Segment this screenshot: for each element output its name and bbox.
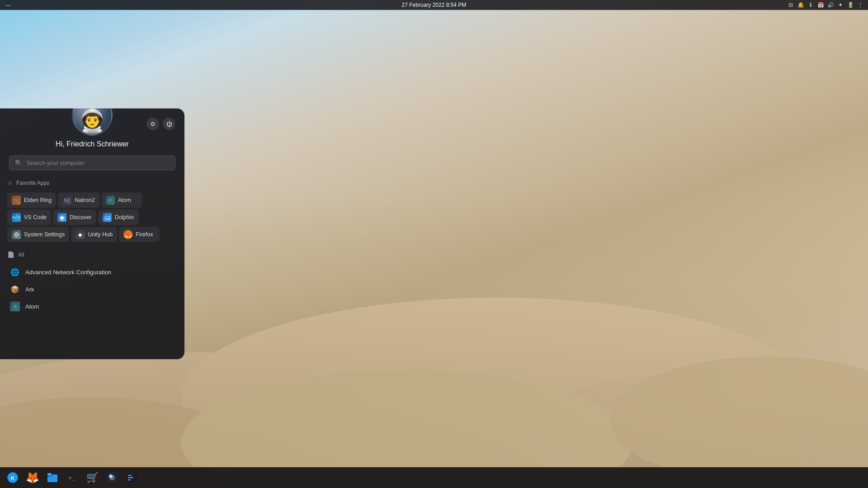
advanced-network-icon: 🌐 — [10, 267, 20, 277]
avatar — [72, 108, 113, 136]
taskbar-steam-button[interactable] — [103, 469, 121, 487]
battery-icon[interactable]: 🔋 — [846, 1, 854, 9]
taskbar-firefox-button[interactable]: 🦊 — [24, 469, 42, 487]
bell-icon[interactable]: 🔔 — [797, 1, 805, 9]
volume-icon[interactable]: 🔊 — [826, 1, 835, 9]
all-apps-section-header: 📄 All — [7, 249, 177, 260]
favorites-label: Favorite Apps — [16, 180, 49, 186]
terminal-icon: >_ — [66, 472, 78, 483]
taskbar-files-button[interactable] — [43, 469, 61, 487]
unity-hub-label: Unity Hub — [88, 231, 113, 238]
app-button-firefox[interactable]: 🦊 Firefox — [119, 227, 160, 242]
dolphin-icon: 🗂 — [103, 213, 112, 222]
search-container: 🔍 — [0, 155, 184, 178]
application-launcher: ⚙ ⏻ Hi, Friedrich Schriewer 🔍 ☆ Favorite… — [0, 108, 184, 359]
atom-all-icon: ⚛ — [10, 301, 20, 311]
app-button-natron2[interactable]: N2 Natron2 — [58, 192, 99, 208]
favorites-section-header: ☆ Favorite Apps — [7, 178, 177, 188]
system-tray: ⊟ 🔔 ℹ 📅 🔊 ✦ 🔋 ⋮ — [787, 1, 864, 9]
app-button-discover[interactable]: ◉ Discover — [53, 210, 96, 225]
profile-section: ⚙ ⏻ Hi, Friedrich Schriewer — [0, 108, 184, 155]
svg-rect-17 — [128, 475, 132, 476]
system-settings-label: System Settings — [24, 231, 65, 238]
app-button-dolphin[interactable]: 🗂 Dolphin — [98, 210, 139, 225]
app-button-unity-hub[interactable]: ◆ Unity Hub — [71, 227, 117, 242]
atom-all-label: Atom — [25, 303, 39, 310]
info-icon[interactable]: ℹ — [807, 1, 815, 9]
app-button-atom[interactable]: ⚛ Atom — [101, 192, 142, 208]
kde-menu-button[interactable]: K — [4, 469, 22, 487]
taskbar-store-button[interactable]: 🛒 — [83, 469, 101, 487]
taskbar: K 🦊 >_ 🛒 — [0, 467, 868, 488]
svg-rect-19 — [128, 479, 131, 480]
search-icon: 🔍 — [15, 160, 22, 166]
svg-point-15 — [109, 474, 113, 478]
launcher-content: ☆ Favorite Apps 🎮 Elden Ring N2 Natron2 … — [0, 178, 184, 359]
atom-label: Atom — [118, 197, 131, 203]
files-icon — [47, 472, 58, 483]
discover-icon: ◉ — [57, 213, 66, 222]
bluetooth-icon[interactable]: ✦ — [836, 1, 844, 9]
taskbar-terminal-button[interactable]: >_ — [63, 469, 81, 487]
dolphin-label: Dolphin — [115, 214, 134, 221]
top-panel-clock: 27 February 2022 8:54 PM — [402, 2, 467, 8]
svg-rect-10 — [47, 473, 52, 475]
vscode-label: VS Code — [24, 214, 47, 221]
greeting-text: Hi, Friedrich Schriewer — [56, 140, 129, 148]
all-apps-list: 🌐 Advanced Network Configuration 📦 Ark ⚛… — [7, 263, 177, 315]
search-bar[interactable]: 🔍 — [9, 155, 175, 170]
all-app-atom[interactable]: ⚛ Atom — [7, 298, 177, 315]
all-apps-label: All — [18, 252, 24, 258]
elden-ring-label: Elden Ring — [24, 197, 52, 203]
firefox-icon: 🦊 — [123, 230, 132, 239]
profile-actions: ⚙ ⏻ — [146, 117, 175, 130]
app-button-elden-ring[interactable]: 🎮 Elden Ring — [7, 192, 56, 208]
favorite-apps-grid: 🎮 Elden Ring N2 Natron2 ⚛ Atom </> VS Co… — [7, 192, 177, 242]
ark-icon: 📦 — [10, 284, 20, 294]
ark-label: Ark — [25, 286, 34, 293]
svg-rect-18 — [128, 477, 133, 478]
all-app-advanced-network[interactable]: 🌐 Advanced Network Configuration — [7, 263, 177, 281]
discover-label: Discover — [70, 214, 92, 221]
atom-icon: ⚛ — [106, 196, 115, 205]
all-app-ark[interactable]: 📦 Ark — [7, 281, 177, 298]
vscode-icon: </> — [12, 213, 21, 222]
steam-icon — [106, 472, 118, 483]
svg-text:K: K — [11, 475, 15, 481]
calendar-icon[interactable]: 📅 — [816, 1, 825, 9]
konsole-icon — [126, 472, 138, 483]
minimize-panel-icon[interactable]: — — [5, 1, 12, 9]
elden-ring-icon: 🎮 — [12, 196, 21, 205]
svg-text:>_: >_ — [69, 475, 75, 481]
system-settings-icon: ⚙ — [12, 230, 21, 239]
natron2-label: Natron2 — [75, 197, 94, 203]
star-icon: ☆ — [7, 179, 13, 186]
search-input[interactable] — [27, 160, 170, 166]
natron2-icon: N2 — [62, 196, 71, 205]
minimize-tray-icon[interactable]: ⊟ — [787, 1, 795, 9]
app-button-vscode[interactable]: </> VS Code — [7, 210, 51, 225]
power-button[interactable]: ⏻ — [163, 117, 175, 130]
kde-logo-icon: K — [7, 472, 19, 483]
settings-button[interactable]: ⚙ — [146, 117, 159, 130]
advanced-network-label: Advanced Network Configuration — [25, 269, 111, 276]
all-apps-icon: 📄 — [7, 251, 14, 258]
taskbar-konsole-button[interactable] — [123, 469, 141, 487]
unity-hub-icon: ◆ — [75, 230, 85, 239]
more-tray-icon[interactable]: ⋮ — [856, 1, 864, 9]
datetime-display: 27 February 2022 8:54 PM — [402, 2, 467, 8]
top-panel-left: — — [5, 1, 12, 9]
app-button-system-settings[interactable]: ⚙ System Settings — [7, 227, 69, 242]
top-panel: — 27 February 2022 8:54 PM ⊟ 🔔 ℹ 📅 🔊 ✦ 🔋… — [0, 0, 868, 10]
firefox-label: Firefox — [136, 231, 153, 238]
